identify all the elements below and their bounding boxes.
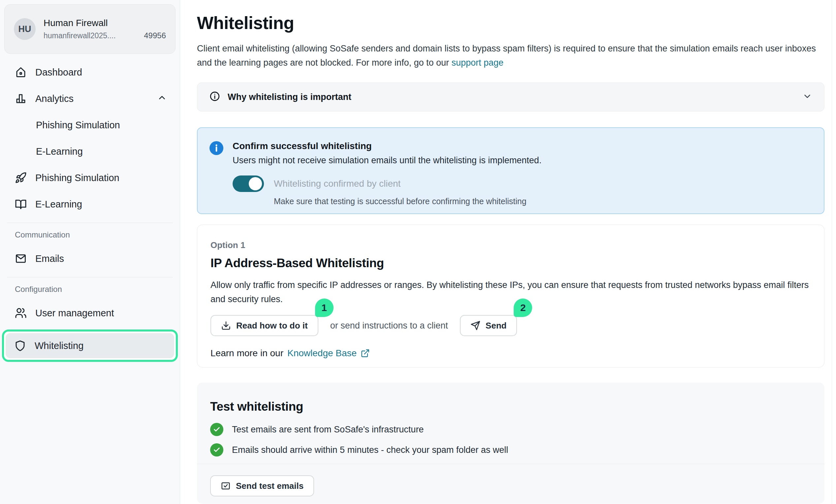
avatar: HU <box>14 18 36 40</box>
bar-chart-icon <box>15 93 27 104</box>
send-test-emails-button[interactable]: Send test emails <box>210 475 314 497</box>
toggle-label: Whitelisting confirmed by client <box>274 178 400 189</box>
sidebar-divider <box>7 277 173 277</box>
sidebar-item-phishing-simulation[interactable]: Phishing Simulation <box>4 167 175 188</box>
chevron-down-icon[interactable] <box>802 91 812 102</box>
check-circle-icon <box>210 443 223 457</box>
option-title: IP Address-Based Whitelisting <box>210 256 811 270</box>
sidebar-item-label: E-Learning <box>36 146 83 157</box>
test-whitelisting-card: Test whitelisting Test emails are sent f… <box>197 383 824 504</box>
send-button[interactable]: Send <box>460 315 517 336</box>
send-icon <box>471 321 480 330</box>
toggle-hint: Make sure that testing is successful bef… <box>274 197 812 206</box>
banner-body: Users might not receive simulation email… <box>233 154 812 166</box>
scrollbar-track[interactable] <box>832 0 836 504</box>
sidebar-item-label: User management <box>35 308 114 318</box>
mail-check-icon <box>221 481 231 491</box>
sidebar-item-label: Whitelisting <box>35 341 83 351</box>
chevron-up-icon[interactable] <box>157 93 167 105</box>
sidebar-item-e-learning[interactable]: E-Learning <box>4 194 175 215</box>
support-page-link[interactable]: support page <box>452 58 504 67</box>
test-checklist: Test emails are sent from SoSafe's infra… <box>210 423 811 457</box>
app-window: HU Human Firewall humanfirewall2025.... … <box>0 0 836 504</box>
or-send-instructions-text: or send instructions to a client <box>330 321 448 331</box>
sidebar-subitem-e-learning[interactable]: E-Learning <box>4 141 175 162</box>
account-meta: Human Firewall humanfirewall2025.... 499… <box>43 18 166 40</box>
sidebar-subitem-phishing-simulation[interactable]: Phishing Simulation <box>4 114 175 136</box>
sidebar-item-analytics[interactable]: Analytics <box>4 88 175 109</box>
learn-more-text: Learn more in our <box>210 348 283 358</box>
intro-paragraph: Client email whitelisting (allowing SoSa… <box>197 42 824 70</box>
list-item: Emails should arrive within 5 minutes - … <box>210 443 811 457</box>
shield-icon <box>14 340 26 352</box>
info-icon <box>209 91 221 103</box>
annotation-badge-1: 1 <box>315 298 334 317</box>
account-number: 49956 <box>144 31 166 40</box>
sidebar-item-user-management[interactable]: User management <box>4 303 175 324</box>
sidebar-item-label: Phishing Simulation <box>36 120 120 131</box>
account-name: Human Firewall <box>43 18 166 28</box>
sidebar-item-label: Phishing Simulation <box>35 173 119 183</box>
sidebar-nav: Dashboard Analytics Phishing Simulation … <box>4 62 175 362</box>
sidebar: HU Human Firewall humanfirewall2025.... … <box>0 0 180 504</box>
test-card-title: Test whitelisting <box>210 400 811 414</box>
send-label: Send <box>486 321 507 331</box>
sidebar-item-emails[interactable]: Emails <box>4 248 175 269</box>
learn-more-row: Learn more in our Knowledge Base <box>210 348 811 358</box>
sidebar-item-label: Emails <box>35 253 64 264</box>
read-how-to-label: Read how to do it <box>236 321 308 331</box>
section-header-communication: Communication <box>4 230 175 239</box>
whitelisting-confirmed-toggle[interactable] <box>233 175 264 192</box>
read-how-to-button[interactable]: Read how to do it <box>210 315 318 336</box>
ip-whitelisting-card: Option 1 IP Address-Based Whitelisting A… <box>197 225 824 367</box>
check-text: Emails should arrive within 5 minutes - … <box>232 445 508 455</box>
sidebar-item-label: Analytics <box>35 93 74 104</box>
download-icon <box>221 321 231 330</box>
main-content: Whitelisting Client email whitelisting (… <box>180 0 836 504</box>
confirm-whitelisting-banner: Confirm successful whitelisting Users mi… <box>197 127 824 214</box>
sidebar-item-whitelisting[interactable]: Whitelisting <box>6 333 174 358</box>
why-whitelisting-accordion[interactable]: Why whitelisting is important <box>197 82 824 112</box>
option-eyebrow: Option 1 <box>210 240 811 250</box>
banner-title: Confirm successful whitelisting <box>233 140 812 152</box>
mail-icon <box>15 253 27 265</box>
option-description: Allow only traffic from specific IP addr… <box>210 278 811 306</box>
annotation-badge-2: 2 <box>514 298 532 317</box>
knowledge-base-link[interactable]: Knowledge Base <box>287 348 357 358</box>
book-open-icon <box>15 198 27 210</box>
intro-text: Client email whitelisting (allowing SoSa… <box>197 43 816 67</box>
account-switcher[interactable]: HU Human Firewall humanfirewall2025.... … <box>4 4 175 54</box>
active-item-highlight: Whitelisting <box>2 330 178 362</box>
sidebar-item-label: Dashboard <box>35 67 82 78</box>
accordion-title: Why whitelisting is important <box>228 92 352 102</box>
toggle-knob <box>249 177 262 190</box>
home-icon <box>15 66 27 78</box>
rocket-icon <box>15 172 27 184</box>
users-icon <box>15 307 27 319</box>
page-title: Whitelisting <box>197 13 824 33</box>
option-actions: Read how to do it 1 or send instructions… <box>210 315 811 336</box>
sidebar-item-label: E-Learning <box>35 199 82 210</box>
info-filled-icon <box>209 141 223 155</box>
check-circle-icon <box>210 423 223 436</box>
send-test-emails-label: Send test emails <box>236 481 304 491</box>
section-header-configuration: Configuration <box>4 285 175 294</box>
account-subdomain: humanfirewall2025.... <box>43 31 140 40</box>
check-text: Test emails are sent from SoSafe's infra… <box>232 425 424 435</box>
sidebar-divider <box>7 222 173 223</box>
sidebar-item-dashboard[interactable]: Dashboard <box>4 62 175 83</box>
external-link-icon <box>361 349 370 358</box>
list-item: Test emails are sent from SoSafe's infra… <box>210 423 811 436</box>
